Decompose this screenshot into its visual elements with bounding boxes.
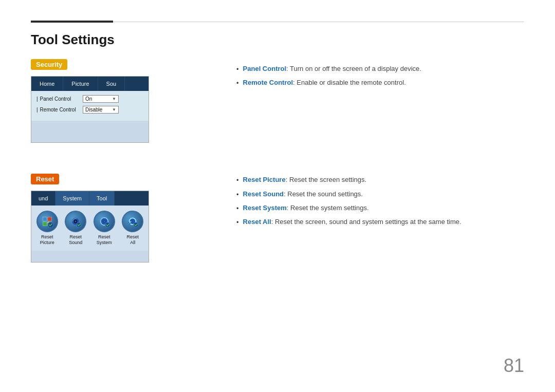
screen-tab-picture: Picture: [63, 77, 98, 91]
svg-point-12: [105, 222, 110, 227]
remote-control-detail: : Enable or disable the remote control.: [293, 79, 406, 86]
reset-system-desc-text: Reset System: Reset the system settings.: [243, 203, 369, 213]
panel-control-label: Panel Control: [36, 96, 83, 102]
reset-system-label: ResetSystem: [97, 234, 112, 246]
bullet-icon-5: •: [236, 204, 239, 213]
reset-picture-desc-text: Reset Picture: Reset the screen settings…: [243, 175, 367, 184]
reset-picture-label: ResetPicture: [40, 234, 54, 246]
page-title: Tool Settings: [31, 32, 524, 48]
reset-sound-item: ResetSound: [63, 211, 88, 246]
right-column: • Panel Control: Turn on or off the scre…: [195, 59, 524, 278]
reset-all-desc: • Reset All: Reset the screen, sound and…: [236, 217, 524, 227]
screen-tab-home: Home: [31, 77, 63, 91]
page-number: 81: [504, 355, 524, 377]
bullet-icon-4: •: [236, 190, 239, 199]
reset-picture-desc: • Reset Picture: Reset the screen settin…: [236, 175, 524, 185]
reset-picture-item: ResetPicture: [35, 211, 60, 246]
svg-point-11: [103, 221, 105, 222]
reset-all-icon: [122, 211, 143, 232]
reset-all-link: Reset All: [243, 218, 271, 226]
svg-point-15: [134, 222, 138, 227]
panel-control-row: Panel Control On ▼: [36, 95, 143, 103]
remote-control-label: Remote Control: [36, 107, 83, 113]
bullet-icon-6: •: [236, 218, 239, 227]
bullet-icon: •: [236, 65, 239, 74]
top-rule-right: [113, 22, 524, 22]
reset-system-item: ResetSystem: [92, 211, 117, 246]
reset-tab-und: und: [31, 191, 55, 206]
reset-body: ResetPicture: [31, 206, 149, 251]
reset-tab-tool: Tool: [89, 191, 115, 206]
reset-sound-desc-text: Reset Sound: Reset the sound settings.: [243, 190, 363, 199]
reset-tab-system: System: [55, 191, 89, 206]
reset-system-link: Reset System: [243, 204, 287, 212]
screen-body: Panel Control On ▼ Remote Control Disabl…: [31, 91, 149, 121]
screen-tabs: Home Picture Sou: [31, 77, 149, 91]
reset-system-detail: : Reset the system settings.: [287, 204, 369, 212]
dropdown-arrow-icon: ▼: [112, 97, 116, 101]
reset-screen: und System Tool: [31, 191, 149, 263]
panel-control-detail: : Turn on or off the screen of a display…: [286, 65, 421, 72]
reset-all-desc-text: Reset All: Reset the screen, sound and s…: [243, 217, 461, 227]
reset-badge: Reset: [31, 174, 59, 184]
svg-point-8: [77, 222, 81, 227]
security-badge: Security: [31, 59, 67, 70]
panel-control-select[interactable]: On ▼: [83, 95, 119, 103]
panel-control-desc-text: Panel Control: Turn on or off the screen…: [243, 64, 421, 73]
svg-rect-0: [43, 217, 47, 221]
reset-picture-link: Reset Picture: [243, 176, 286, 183]
svg-rect-1: [48, 217, 51, 221]
svg-point-7: [75, 221, 77, 222]
security-section: Security Home Picture Sou Panel Control …: [31, 59, 195, 143]
reset-system-icon: [94, 211, 115, 232]
remote-control-desc: • Remote Control: Enable or disable the …: [236, 78, 524, 88]
remote-control-row: Remote Control Disable ▼: [36, 106, 143, 114]
remote-control-desc-text: Remote Control: Enable or disable the re…: [243, 78, 406, 87]
reset-screen-tabs: und System Tool: [31, 191, 149, 206]
reset-descriptions: • Reset Picture: Reset the screen settin…: [236, 175, 524, 227]
svg-point-4: [48, 222, 53, 227]
top-rule: [31, 21, 524, 23]
panel-control-value: On: [85, 96, 92, 102]
bullet-icon-2: •: [236, 79, 239, 88]
security-screen: Home Picture Sou Panel Control On ▼: [31, 76, 149, 143]
reset-all-detail: : Reset the screen, sound and system set…: [271, 218, 461, 226]
main-content: Security Home Picture Sou Panel Control …: [31, 59, 524, 278]
reset-all-label: ResetAll: [126, 234, 139, 246]
reset-section: Reset und System Tool: [31, 174, 195, 263]
reset-system-desc: • Reset System: Reset the system setting…: [236, 203, 524, 213]
left-column: Security Home Picture Sou Panel Control …: [31, 59, 195, 278]
remote-control-value: Disable: [85, 107, 102, 113]
page-container: Tool Settings Security Home Picture Sou …: [0, 0, 555, 392]
panel-control-link: Panel Control: [243, 65, 287, 72]
reset-sound-desc: • Reset Sound: Reset the sound settings.: [236, 190, 524, 199]
dropdown-arrow-icon-2: ▼: [112, 107, 116, 112]
reset-sound-detail: : Reset the sound settings.: [284, 190, 363, 198]
security-descriptions: • Panel Control: Turn on or off the scre…: [236, 64, 524, 88]
remote-control-select[interactable]: Disable ▼: [83, 106, 119, 114]
panel-control-desc: • Panel Control: Turn on or off the scre…: [236, 64, 524, 74]
reset-picture-detail: : Reset the screen settings.: [286, 176, 367, 183]
reset-sound-icon: [65, 211, 86, 232]
reset-sound-link: Reset Sound: [243, 190, 284, 198]
reset-all-item: ResetAll: [120, 211, 145, 246]
screen-tab-sound: Sou: [98, 77, 125, 91]
reset-sound-label: ResetSound: [69, 234, 82, 246]
svg-rect-2: [43, 222, 47, 226]
top-rule-left: [31, 21, 113, 23]
remote-control-link: Remote Control: [243, 79, 293, 86]
bullet-icon-3: •: [236, 176, 239, 185]
reset-picture-icon: [36, 211, 58, 232]
